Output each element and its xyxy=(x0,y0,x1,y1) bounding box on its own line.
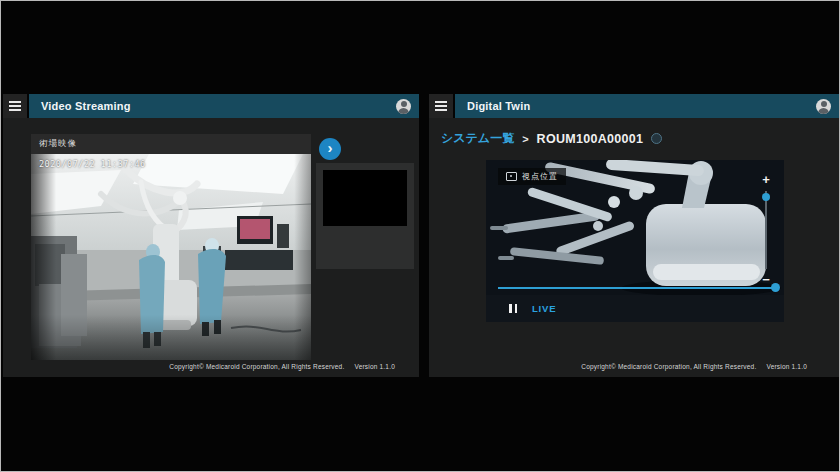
digital-twin-body: システム一覧 > ROUM100A00001 xyxy=(429,118,839,377)
breadcrumb-system-list-link[interactable]: システム一覧 xyxy=(441,130,514,147)
main-video-card: 術場映像 xyxy=(31,134,311,360)
video-streaming-window: Video Streaming 術場映像 xyxy=(3,94,419,377)
info-icon[interactable] xyxy=(651,133,662,144)
video-streaming-titlebar: Video Streaming xyxy=(29,94,419,118)
breadcrumb: システム一覧 > ROUM100A00001 xyxy=(441,130,662,147)
user-avatar-icon[interactable] xyxy=(396,99,411,114)
version-text: Version 1.1.0 xyxy=(354,363,395,370)
copyright-footer: Copyright© Medicaroid Corporation, All R… xyxy=(169,363,395,370)
timeline-seekbar[interactable] xyxy=(498,287,772,289)
operating-room-video: 2020/07/22 11:37:46 xyxy=(31,154,311,360)
zoom-slider: + − xyxy=(758,174,774,286)
video-streaming-title: Video Streaming xyxy=(41,100,396,112)
zoom-slider-handle[interactable] xyxy=(762,193,770,201)
zoom-out-button[interactable]: − xyxy=(762,274,770,286)
endoscope-image xyxy=(325,178,405,218)
hamburger-icon xyxy=(9,101,21,111)
player-controls: LIVE xyxy=(486,295,784,322)
hamburger-menu-button[interactable] xyxy=(3,94,27,118)
breadcrumb-current-system: ROUM100A00001 xyxy=(537,132,644,146)
version-text: Version 1.1.0 xyxy=(766,363,807,370)
expand-chevron-button[interactable]: › xyxy=(319,138,341,160)
copyright-text: Copyright© Medicaroid Corporation, All R… xyxy=(169,363,344,370)
zoom-in-button[interactable]: + xyxy=(762,174,770,186)
digital-twin-window: Digital Twin システム一覧 > ROUM100A00001 xyxy=(429,94,839,377)
viewpoint-camera-icon xyxy=(506,172,517,181)
user-avatar-icon[interactable] xyxy=(816,99,831,114)
digital-twin-titlebar: Digital Twin xyxy=(455,94,839,118)
digital-twin-title: Digital Twin xyxy=(467,100,816,112)
breadcrumb-separator-icon: > xyxy=(522,133,528,145)
hamburger-menu-button[interactable] xyxy=(429,94,453,118)
screen-frame: Video Streaming 術場映像 xyxy=(0,0,840,472)
video-label: 術場映像 xyxy=(39,138,77,150)
video-label-bar: 術場映像 xyxy=(31,134,311,154)
zoom-slider-track[interactable] xyxy=(765,191,767,269)
endoscope-thumbnail-card[interactable] xyxy=(316,163,414,269)
endoscope-video-thumbnail[interactable] xyxy=(323,170,407,226)
video-streaming-body: 術場映像 xyxy=(3,118,419,377)
digital-twin-viewer[interactable]: 視点位置 + − LIVE xyxy=(486,160,784,322)
seekbar-handle[interactable] xyxy=(771,283,780,292)
viewpoint-chip[interactable]: 視点位置 xyxy=(498,168,566,185)
digital-twin-header: Digital Twin xyxy=(429,94,839,118)
copyright-footer: Copyright© Medicaroid Corporation, All R… xyxy=(581,363,807,370)
video-vignette xyxy=(31,154,311,360)
video-streaming-header: Video Streaming xyxy=(3,94,419,118)
viewpoint-label: 視点位置 xyxy=(522,171,558,182)
live-badge[interactable]: LIVE xyxy=(532,303,556,314)
video-timestamp: 2020/07/22 11:37:46 xyxy=(39,159,146,169)
copyright-text: Copyright© Medicaroid Corporation, All R… xyxy=(581,363,756,370)
hamburger-icon xyxy=(435,101,447,111)
pause-button[interactable] xyxy=(509,304,517,313)
